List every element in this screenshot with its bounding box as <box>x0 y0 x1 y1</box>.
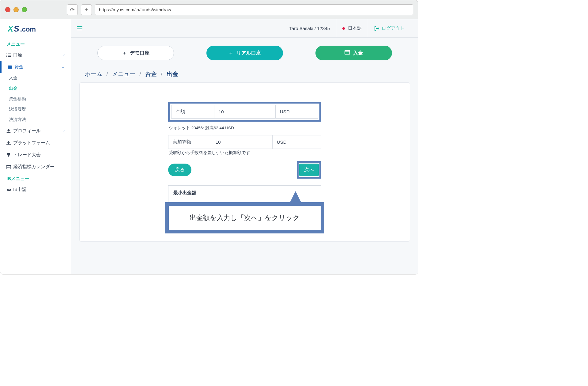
chevron-down-icon: ⌄ <box>62 65 65 69</box>
svg-point-10 <box>8 129 10 131</box>
card-icon <box>345 50 350 56</box>
action-row: ＋ デモ口座 ＋ リアル口座 入金 <box>78 43 411 65</box>
button-row: 戻る 次へ <box>168 161 321 179</box>
url-bar[interactable]: https://my.xs.com/ja/funds/withdraw <box>95 4 413 15</box>
callout-text: 出金額を入力し「次へ」をクリック <box>190 214 300 221</box>
sidebar-item-funds[interactable]: 資金 ⌄ <box>0 61 71 73</box>
sidebar-item-label: トレード大会 <box>13 152 41 158</box>
svg-rect-13 <box>6 165 11 166</box>
svg-rect-16 <box>9 167 10 168</box>
svg-rect-3 <box>6 53 7 54</box>
content: ＋ デモ口座 ＋ リアル口座 入金 ホーム <box>71 38 418 274</box>
sidebar: X S .com メニュー 口座 ‹ 資金 ⌄ 入金 <box>0 19 71 274</box>
breadcrumb: ホーム / メニュー / 資金 / 出金 <box>78 65 411 82</box>
sidebar-sub-transfer[interactable]: 資金移動 <box>0 94 71 104</box>
amount-highlight: 金額 USD <box>168 102 321 122</box>
sidebar-item-label: 資金 <box>14 64 24 70</box>
sidebar-item-label: プロフィール <box>13 128 41 134</box>
svg-rect-6 <box>8 55 11 55</box>
svg-text:.com: .com <box>20 25 36 33</box>
topbar: Taro Sasaki / 12345 日本語 ログアウト <box>71 19 418 38</box>
browser-chrome: ⟳ + https://my.xs.com/ja/funds/withdraw <box>0 0 418 19</box>
minimize-window-icon[interactable] <box>13 7 19 12</box>
amount-row: 金額 USD <box>171 105 318 119</box>
language-label: 日本語 <box>348 25 362 31</box>
handshake-icon <box>6 188 13 191</box>
list-icon <box>6 53 13 57</box>
svg-rect-14 <box>7 167 8 168</box>
sidebar-sub-methods[interactable]: 決済方法 <box>0 115 71 125</box>
wallet-balance-hint: ウォレット 23456: 残高62.44 USD <box>168 124 321 135</box>
withdraw-card: 金額 USD ウォレット 23456: 残高62.44 USD 実加算額 <box>79 82 410 242</box>
next-highlight: 次へ <box>297 161 321 179</box>
button-label: 入金 <box>353 50 363 56</box>
sidebar-item-label: 口座 <box>13 52 22 58</box>
sidebar-item-contest[interactable]: トレード大会 <box>0 149 71 161</box>
maximize-window-icon[interactable] <box>22 7 27 12</box>
logout-label: ログアウト <box>382 25 405 31</box>
sidebar-item-profile[interactable]: プロフィール ‹ <box>0 125 71 137</box>
sidebar-item-calendar[interactable]: 経済指標カレンダー <box>0 161 71 173</box>
logo: X S .com <box>0 19 71 38</box>
amount-input[interactable] <box>219 109 271 114</box>
next-button[interactable]: 次へ <box>299 164 319 176</box>
chevron-left-icon: ‹ <box>63 129 65 133</box>
net-row: 実加算額 USD <box>168 135 321 149</box>
sidebar-item-label: IB申請 <box>13 187 27 192</box>
user-label: Taro Sasaki / 12345 <box>283 19 336 38</box>
language-selector[interactable]: 日本語 <box>336 19 368 38</box>
main: Taro Sasaki / 12345 日本語 ログアウト <box>71 19 418 274</box>
sidebar-sub-history[interactable]: 決済履歴 <box>0 104 71 115</box>
download-icon <box>6 141 13 145</box>
chevron-left-icon: ‹ <box>63 53 65 57</box>
amount-unit: USD <box>276 105 318 118</box>
new-tab-button[interactable]: + <box>81 4 92 15</box>
svg-text:X: X <box>8 24 14 33</box>
calendar-icon <box>6 165 13 169</box>
breadcrumb-funds[interactable]: 資金 <box>145 71 157 77</box>
net-input[interactable] <box>216 139 268 145</box>
amount-label: 金額 <box>172 105 214 118</box>
user-icon <box>6 129 13 133</box>
button-label: デモ口座 <box>130 50 149 56</box>
svg-rect-15 <box>8 167 9 168</box>
amount-cell <box>214 105 276 118</box>
svg-text:S: S <box>13 24 19 33</box>
instruction-callout: 出金額を入力し「次へ」をクリック <box>165 202 324 233</box>
hamburger-icon[interactable] <box>77 25 82 32</box>
sidebar-section-menu: メニュー <box>0 38 71 49</box>
browser-window: ⟳ + https://my.xs.com/ja/funds/withdraw … <box>0 0 418 274</box>
window-controls <box>5 7 27 12</box>
logout-icon <box>374 26 379 31</box>
reload-button[interactable]: ⟳ <box>67 4 78 15</box>
breadcrumb-menu[interactable]: メニュー <box>112 71 135 77</box>
breadcrumb-current: 出金 <box>167 71 178 77</box>
demo-account-button[interactable]: ＋ デモ口座 <box>97 46 174 60</box>
sidebar-item-ib-apply[interactable]: IB申請 <box>0 184 71 195</box>
real-account-button[interactable]: ＋ リアル口座 <box>206 46 283 60</box>
flag-dot-icon <box>342 27 345 30</box>
svg-rect-7 <box>6 56 7 57</box>
net-hint: 受取額から手数料を差し引いた概算額です <box>168 149 321 160</box>
callout-pointer-icon <box>288 191 303 206</box>
sidebar-item-account[interactable]: 口座 ‹ <box>0 49 71 61</box>
breadcrumb-home[interactable]: ホーム <box>85 71 102 77</box>
sidebar-item-platforms[interactable]: プラットフォーム <box>0 137 71 149</box>
logout-button[interactable]: ログアウト <box>368 19 411 38</box>
svg-rect-8 <box>8 56 11 57</box>
svg-rect-20 <box>345 51 350 54</box>
net-cell <box>211 135 273 149</box>
plus-icon: ＋ <box>122 50 127 56</box>
svg-rect-11 <box>6 144 11 145</box>
close-window-icon[interactable] <box>5 7 10 12</box>
sidebar-sub-deposit[interactable]: 入金 <box>0 73 71 83</box>
sidebar-item-label: 経済指標カレンダー <box>13 164 55 170</box>
button-label: リアル口座 <box>236 50 261 56</box>
sidebar-item-label: プラットフォーム <box>13 140 50 146</box>
svg-rect-5 <box>6 55 7 55</box>
plus-icon: ＋ <box>228 50 233 56</box>
deposit-button[interactable]: 入金 <box>315 46 392 60</box>
trophy-icon <box>6 153 13 157</box>
sidebar-sub-withdraw[interactable]: 出金 <box>0 83 71 94</box>
back-button[interactable]: 戻る <box>168 164 191 176</box>
